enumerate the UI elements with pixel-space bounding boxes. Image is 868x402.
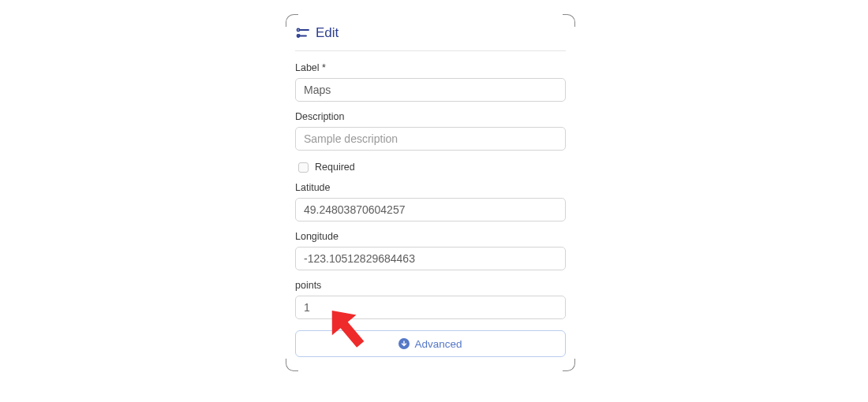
description-input[interactable] bbox=[295, 127, 566, 151]
latitude-field-label: Latitude bbox=[295, 182, 566, 193]
description-field-label: Description bbox=[295, 111, 566, 122]
sliders-icon bbox=[295, 28, 309, 39]
svg-point-0 bbox=[297, 28, 299, 31]
label-input[interactable] bbox=[295, 78, 566, 102]
advanced-button-label: Advanced bbox=[414, 338, 462, 350]
advanced-button[interactable]: Advanced bbox=[295, 330, 566, 357]
edit-panel: Edit Label * Description Required Latitu… bbox=[286, 14, 575, 371]
label-field-label: Label * bbox=[295, 62, 566, 73]
longitude-field-label: Longitude bbox=[295, 231, 566, 242]
arrow-down-circle-icon bbox=[398, 338, 410, 349]
latitude-input[interactable] bbox=[295, 198, 566, 221]
required-row: Required bbox=[298, 162, 566, 173]
points-input[interactable] bbox=[295, 296, 566, 319]
longitude-input[interactable] bbox=[295, 247, 566, 270]
panel-title: Edit bbox=[316, 25, 339, 41]
required-checkbox[interactable] bbox=[298, 162, 309, 173]
required-label: Required bbox=[315, 162, 355, 173]
points-field-label: points bbox=[295, 280, 566, 291]
panel-header: Edit bbox=[295, 17, 566, 51]
